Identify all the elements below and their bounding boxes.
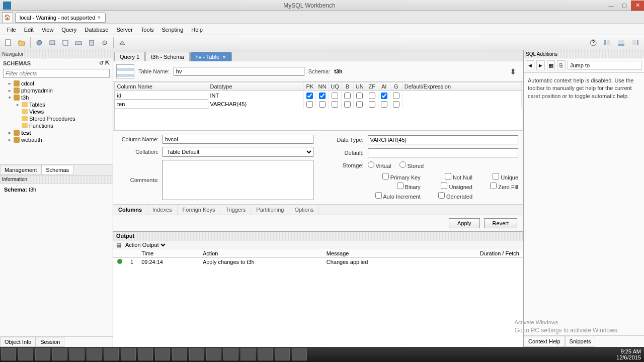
menu-server[interactable]: Server bbox=[112, 25, 136, 34]
grid-checkbox[interactable] bbox=[319, 93, 326, 99]
expand-icon[interactable]: ⇱ bbox=[105, 60, 110, 66]
taskbar-item[interactable] bbox=[240, 348, 256, 360]
collation-select[interactable]: Table Default bbox=[163, 147, 313, 157]
filter-objects-input[interactable] bbox=[3, 69, 110, 78]
grid-checkbox[interactable] bbox=[381, 101, 387, 108]
schemas-tab[interactable]: Schemas bbox=[41, 165, 73, 175]
table-name-input[interactable] bbox=[174, 67, 304, 76]
menu-tools[interactable]: Tools bbox=[137, 25, 158, 34]
tab-partitioning[interactable]: Partitioning bbox=[251, 205, 289, 215]
columns-grid[interactable]: Column Name Datatype PK NN UQ B UN ZF AI… bbox=[114, 82, 522, 130]
col-header[interactable]: PK bbox=[304, 82, 316, 91]
taskbar-item[interactable] bbox=[258, 348, 273, 360]
grid-checkbox[interactable] bbox=[356, 101, 363, 108]
editor-tab-query1[interactable]: Query 1 bbox=[114, 52, 145, 61]
tab-options[interactable]: Options bbox=[289, 205, 319, 215]
menu-query[interactable]: Query bbox=[57, 25, 80, 34]
panel-toggle-button[interactable] bbox=[615, 37, 627, 49]
grid-checkbox[interactable] bbox=[319, 101, 326, 108]
output-table[interactable]: Time Action Message Duration / Fetch 109… bbox=[113, 249, 523, 347]
grid-checkbox[interactable] bbox=[306, 101, 313, 108]
toolbar-button[interactable] bbox=[86, 37, 98, 49]
close-button[interactable]: ✕ bbox=[631, 1, 644, 11]
editor-tab-t3h[interactable]: t3h - Schema bbox=[145, 52, 189, 61]
menu-database[interactable]: Database bbox=[80, 25, 112, 34]
nav-button[interactable]: ⎘ bbox=[557, 60, 566, 70]
panel-toggle-button[interactable] bbox=[601, 37, 613, 49]
nav-forward-button[interactable]: ► bbox=[536, 60, 545, 70]
tab-indexes[interactable]: Indexes bbox=[147, 205, 178, 215]
generated-checkbox[interactable]: Generated bbox=[431, 192, 472, 200]
new-sql-tab-button[interactable] bbox=[3, 37, 15, 49]
grid-checkbox[interactable] bbox=[344, 101, 351, 108]
nav-back-button[interactable]: ◄ bbox=[526, 60, 534, 70]
revert-button[interactable]: Revert bbox=[484, 218, 517, 228]
col-dt-cell[interactable]: VARCHAR(45) bbox=[208, 100, 304, 109]
editor-tab-hv[interactable]: hv - Table✕ bbox=[190, 52, 232, 61]
menu-help[interactable]: Help bbox=[187, 25, 207, 34]
system-clock[interactable]: 9:25 AM12/6/2015 bbox=[616, 348, 644, 360]
help-icon[interactable]: ? bbox=[587, 37, 599, 49]
menu-view[interactable]: View bbox=[38, 25, 58, 34]
taskbar-item[interactable] bbox=[52, 348, 67, 360]
tab-columns[interactable]: Columns bbox=[113, 205, 147, 215]
grid-checkbox[interactable] bbox=[344, 93, 351, 99]
collapse-icon[interactable]: ⬍ bbox=[506, 67, 520, 76]
toolbar-button[interactable] bbox=[72, 37, 85, 49]
autoincrement-checkbox[interactable]: Auto Increment bbox=[368, 192, 421, 200]
grid-checkbox[interactable] bbox=[369, 93, 375, 99]
taskbar-item[interactable] bbox=[87, 348, 102, 360]
pk-checkbox[interactable]: Primary Key bbox=[368, 173, 421, 180]
col-header[interactable]: G bbox=[390, 82, 402, 91]
binary-checkbox[interactable]: Binary bbox=[368, 183, 421, 190]
notnull-checkbox[interactable]: Not Null bbox=[431, 173, 472, 180]
windows-taskbar[interactable]: 9:25 AM12/6/2015 bbox=[0, 347, 644, 362]
col-header[interactable]: NN bbox=[316, 82, 329, 91]
grid-checkbox[interactable] bbox=[369, 101, 375, 108]
taskbar-item[interactable] bbox=[18, 348, 33, 360]
comments-textarea[interactable] bbox=[163, 160, 313, 200]
taskbar-item[interactable] bbox=[35, 348, 50, 360]
grid-checkbox[interactable] bbox=[332, 93, 338, 99]
default-input[interactable] bbox=[368, 148, 519, 157]
taskbar-item[interactable] bbox=[189, 348, 204, 360]
taskbar-item[interactable] bbox=[223, 348, 238, 360]
taskbar-item[interactable] bbox=[104, 348, 119, 360]
open-sql-button[interactable] bbox=[16, 37, 28, 49]
col-name-cell[interactable]: id bbox=[115, 91, 208, 100]
grid-checkbox[interactable] bbox=[393, 101, 399, 108]
tab-triggers[interactable]: Triggers bbox=[220, 205, 251, 215]
stored-radio[interactable]: Stored bbox=[399, 161, 424, 169]
menu-scripting[interactable]: Scripting bbox=[158, 25, 188, 34]
taskbar-item[interactable] bbox=[292, 348, 307, 360]
col-dt-cell[interactable]: INT bbox=[208, 91, 304, 100]
col-default-cell[interactable] bbox=[402, 91, 521, 100]
apply-button[interactable]: Apply bbox=[449, 218, 480, 228]
toolbar-button[interactable] bbox=[116, 37, 128, 49]
toolbar-button[interactable] bbox=[46, 37, 58, 49]
session-tab[interactable]: Session bbox=[36, 337, 64, 347]
jump-to-input[interactable] bbox=[568, 61, 642, 70]
menu-edit[interactable]: Edit bbox=[20, 25, 38, 34]
close-icon[interactable]: ✕ bbox=[97, 15, 101, 20]
tab-foreign-keys[interactable]: Foreign Keys bbox=[178, 205, 221, 215]
taskbar-item[interactable] bbox=[155, 348, 170, 360]
col-name-cell[interactable]: ten bbox=[115, 100, 208, 109]
col-header[interactable]: UN bbox=[353, 82, 366, 91]
taskbar-item[interactable] bbox=[138, 348, 153, 360]
snippets-tab[interactable]: Snippets bbox=[565, 336, 596, 347]
management-tab[interactable]: Management bbox=[0, 165, 41, 175]
refresh-icon[interactable]: ↺ bbox=[99, 60, 104, 66]
col-header[interactable]: ZF bbox=[366, 82, 378, 91]
col-header[interactable]: UQ bbox=[329, 82, 342, 91]
taskbar-item[interactable] bbox=[69, 348, 85, 360]
close-icon[interactable]: ✕ bbox=[222, 55, 226, 60]
taskbar-item[interactable] bbox=[206, 348, 221, 360]
col-header[interactable]: AI bbox=[378, 82, 390, 91]
home-button[interactable]: 🏠 bbox=[2, 12, 13, 23]
grid-checkbox[interactable] bbox=[356, 93, 363, 99]
col-header[interactable]: Default/Expression bbox=[402, 82, 521, 91]
schema-tree[interactable]: ▸cdcol ▸phpmyadmin ▾t3h ▸Tables Views St… bbox=[0, 79, 113, 164]
nav-button[interactable]: ▦ bbox=[547, 60, 555, 70]
connection-tab[interactable]: local - Warning - not supported ✕ bbox=[15, 13, 106, 23]
